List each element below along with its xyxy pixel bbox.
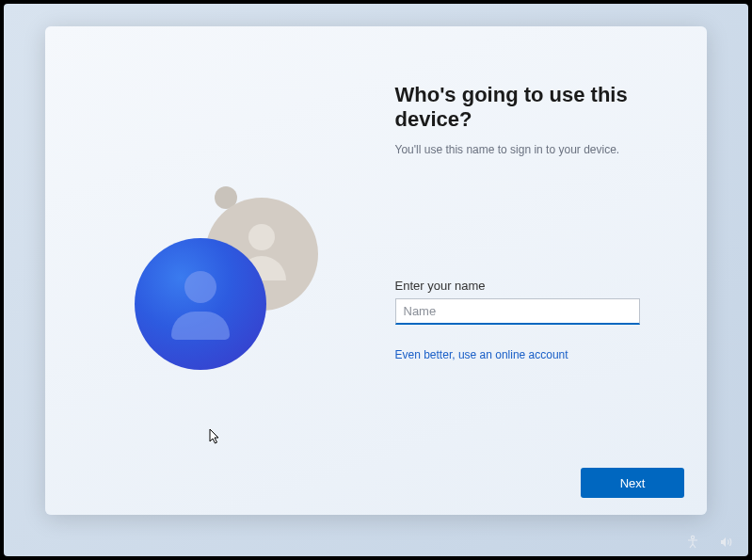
name-field-label: Enter your name xyxy=(395,279,670,293)
page-title: Who's going to use this device? xyxy=(395,83,670,132)
person-front-icon xyxy=(135,238,266,370)
next-button[interactable]: Next xyxy=(581,468,684,498)
user-illustration xyxy=(130,186,337,393)
setup-panel: Who's going to use this device? You'll u… xyxy=(45,26,707,515)
volume-icon[interactable] xyxy=(718,534,735,551)
form-pane: Who's going to use this device? You'll u… xyxy=(376,26,708,515)
name-input[interactable] xyxy=(395,298,640,325)
setup-content: Who's going to use this device? You'll u… xyxy=(45,26,707,515)
illustration-pane xyxy=(45,26,376,515)
accessibility-icon[interactable] xyxy=(684,534,701,551)
svg-point-0 xyxy=(691,536,694,538)
panel-footer: Next xyxy=(581,468,684,498)
page-subtitle: You'll use this name to sign in to your … xyxy=(395,143,670,156)
system-tray xyxy=(684,534,735,551)
online-account-row: Even better, use an online account xyxy=(395,345,670,362)
online-account-link[interactable]: Even better, use an online account xyxy=(395,348,568,361)
